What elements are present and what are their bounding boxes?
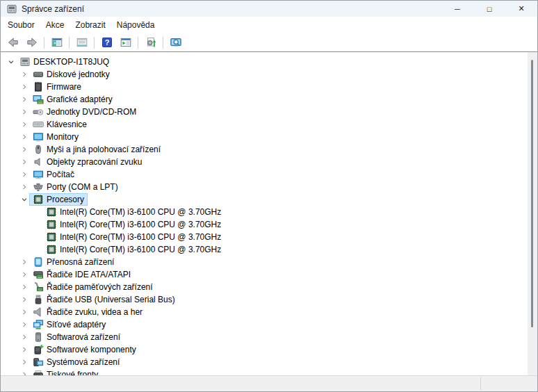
- chevron-right-icon[interactable]: [19, 81, 29, 93]
- tree-item-body[interactable]: Řadiče USB (Universal Serial Bus): [29, 293, 179, 306]
- tree-item[interactable]: Intel(R) Core(TM) i3-6100 CPU @ 3.70GHz: [1, 231, 528, 243]
- tree-item[interactable]: Řadiče USB (Universal Serial Bus): [1, 293, 528, 306]
- help-button[interactable]: ?: [98, 35, 115, 50]
- chevron-right-icon[interactable]: [19, 68, 29, 81]
- chevron-right-icon[interactable]: [19, 156, 29, 168]
- tree-item-body[interactable]: Diskové jednotky: [29, 68, 113, 81]
- tree-item-body[interactable]: Intel(R) Core(TM) i3-6100 CPU @ 3.70GHz: [42, 231, 225, 243]
- tree-item[interactable]: Porty (COM a LPT): [1, 181, 528, 193]
- menu-soubor[interactable]: Soubor: [2, 18, 40, 32]
- chevron-right-icon[interactable]: [19, 306, 29, 318]
- chevron-right-icon[interactable]: [19, 293, 29, 306]
- chevron-down-icon[interactable]: [19, 193, 29, 206]
- menu-zobrazit[interactable]: Zobrazit: [70, 18, 111, 32]
- tree-item-body[interactable]: Jednotky DVD/CD-ROM: [29, 106, 140, 118]
- tree-item-body[interactable]: Intel(R) Core(TM) i3-6100 CPU @ 3.70GHz: [42, 243, 225, 256]
- tree-item[interactable]: Řadiče zvuku, videa a her: [1, 306, 528, 318]
- tree-item-body[interactable]: Procesory: [29, 193, 88, 206]
- properties-icon: [76, 37, 88, 48]
- tree-item-body[interactable]: Počítač: [29, 168, 78, 181]
- tree-item-body[interactable]: Síťové adaptéry: [29, 318, 109, 331]
- tree-item[interactable]: Tiskové fronty: [1, 368, 528, 375]
- chevron-right-icon[interactable]: [19, 356, 29, 368]
- device-search-button[interactable]: [167, 35, 184, 50]
- scan-hardware-changes-button[interactable]: [142, 35, 159, 50]
- tree-item-body[interactable]: DESKTOP-I1T8JUQ: [16, 56, 113, 68]
- tree-item-body[interactable]: Řadiče paměťových zařízení: [29, 281, 156, 293]
- menu-bar: SouborAkceZobrazitNápověda: [1, 17, 537, 33]
- tree-item-body[interactable]: Porty (COM a LPT): [29, 181, 122, 193]
- tree-item[interactable]: Síťové adaptéry: [1, 318, 528, 331]
- properties-button[interactable]: [73, 35, 90, 50]
- tree-item-body[interactable]: Systémová zařízení: [29, 356, 123, 368]
- chevron-right-icon[interactable]: [19, 143, 29, 156]
- chevron-right-icon[interactable]: [19, 331, 29, 343]
- software-device-icon: [33, 332, 44, 343]
- chevron-right-icon[interactable]: [19, 168, 29, 181]
- chevron-right-icon[interactable]: [19, 281, 29, 293]
- chevron-right-icon[interactable]: [19, 368, 29, 375]
- tree-item[interactable]: Intel(R) Core(TM) i3-6100 CPU @ 3.70GHz: [1, 243, 528, 256]
- tree-item[interactable]: Softwarová zařízení: [1, 331, 528, 343]
- chevron-right-icon[interactable]: [19, 343, 29, 356]
- tree-item[interactable]: Diskové jednotky: [1, 68, 528, 81]
- menu-akce[interactable]: Akce: [40, 18, 70, 32]
- tree-item[interactable]: Firmware: [1, 81, 528, 93]
- tree-item[interactable]: Grafické adaptéry: [1, 93, 528, 106]
- maximize-button[interactable]: □: [473, 1, 505, 17]
- chevron-right-icon[interactable]: [19, 181, 29, 193]
- show-console-tree-button[interactable]: [48, 35, 65, 50]
- minimize-button[interactable]: ─: [441, 1, 473, 17]
- chevron-none: [33, 231, 42, 243]
- status-bar-divider: [480, 377, 481, 390]
- tree-item-body[interactable]: Intel(R) Core(TM) i3-6100 CPU @ 3.70GHz: [42, 206, 225, 218]
- chevron-down-icon[interactable]: [6, 56, 16, 68]
- tree-item[interactable]: Jednotky DVD/CD-ROM: [1, 106, 528, 118]
- chevron-right-icon[interactable]: [19, 268, 29, 281]
- chevron-right-icon[interactable]: [19, 256, 29, 268]
- tree-item[interactable]: Monitory: [1, 131, 528, 143]
- tree-item-body[interactable]: Monitory: [29, 131, 82, 143]
- tree-item[interactable]: Procesory: [1, 193, 528, 206]
- tree-item-body[interactable]: Klávesnice: [29, 118, 90, 131]
- tree-item[interactable]: Objekty zpracování zvuku: [1, 156, 528, 168]
- tree-item-body[interactable]: Grafické adaptéry: [29, 93, 116, 106]
- tree-item-body[interactable]: Softwarové komponenty: [29, 343, 140, 356]
- tree-item[interactable]: DESKTOP-I1T8JUQ: [1, 56, 528, 68]
- tree-item[interactable]: Myši a jiná polohovací zařízení: [1, 143, 528, 156]
- tree-item-body[interactable]: Přenosná zařízení: [29, 256, 117, 268]
- tree-item[interactable]: Softwarové komponenty: [1, 343, 528, 356]
- tree-item-body[interactable]: Myši a jiná polohovací zařízení: [29, 143, 164, 156]
- tree-item-body[interactable]: Řadiče IDE ATA/ATAPI: [29, 268, 134, 281]
- tree-item[interactable]: Intel(R) Core(TM) i3-6100 CPU @ 3.70GHz: [1, 218, 528, 231]
- tree-item[interactable]: Řadiče IDE ATA/ATAPI: [1, 268, 528, 281]
- tree-item-body[interactable]: Firmware: [29, 81, 85, 93]
- chevron-right-icon[interactable]: [19, 106, 29, 118]
- tree-item[interactable]: Klávesnice: [1, 118, 528, 131]
- tree-item[interactable]: Přenosná zařízení: [1, 256, 528, 268]
- computer-root-icon: [19, 56, 31, 67]
- chevron-right-icon[interactable]: [19, 93, 29, 106]
- show-action-pane-button[interactable]: [117, 35, 134, 50]
- tree-item[interactable]: Intel(R) Core(TM) i3-6100 CPU @ 3.70GHz: [1, 206, 528, 218]
- vertical-scrollbar-track[interactable]: [528, 52, 537, 375]
- chevron-right-icon[interactable]: [19, 131, 29, 143]
- forward-button[interactable]: [23, 35, 40, 50]
- tree-item-label: DESKTOP-I1T8JUQ: [33, 56, 109, 68]
- menu-napoveda[interactable]: Nápověda: [111, 18, 161, 32]
- back-button[interactable]: [4, 35, 22, 50]
- vertical-scrollbar-thumb[interactable]: [531, 60, 533, 327]
- tree-item-body[interactable]: Softwarová zařízení: [29, 331, 124, 343]
- status-bar: [1, 375, 537, 391]
- tree-item-body[interactable]: Řadiče zvuku, videa a her: [29, 306, 146, 318]
- tree-item[interactable]: Počítač: [1, 168, 528, 181]
- chevron-right-icon[interactable]: [19, 118, 29, 131]
- close-button[interactable]: ✕: [505, 1, 537, 17]
- tree-item[interactable]: Řadiče paměťových zařízení: [1, 281, 528, 293]
- chevron-right-icon[interactable]: [19, 318, 29, 331]
- tree-item-body[interactable]: Tiskové fronty: [29, 368, 101, 375]
- tree-item[interactable]: Systémová zařízení: [1, 356, 528, 368]
- tree-item-body[interactable]: Objekty zpracování zvuku: [29, 156, 145, 168]
- usb-plug-icon: [33, 294, 44, 305]
- tree-item-body[interactable]: Intel(R) Core(TM) i3-6100 CPU @ 3.70GHz: [42, 218, 225, 231]
